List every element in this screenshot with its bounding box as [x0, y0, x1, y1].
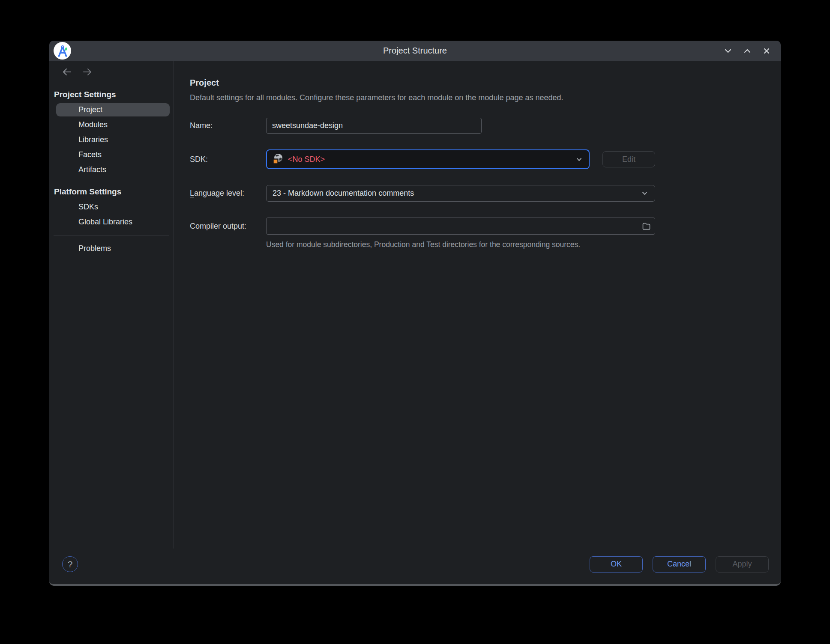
- language-level-row: Language level: 23 - Markdown documentat…: [190, 185, 768, 202]
- compiler-output-label: Compiler output:: [190, 222, 266, 231]
- edit-sdk-button[interactable]: Edit: [602, 151, 655, 167]
- help-icon[interactable]: ?: [62, 556, 78, 572]
- apply-button[interactable]: Apply: [716, 556, 769, 572]
- close-icon[interactable]: [762, 46, 771, 56]
- compiler-helper-row: Used for module subdirectories, Producti…: [266, 240, 768, 249]
- sidebar-header-platform-settings: Platform Settings: [49, 185, 174, 199]
- footer-buttons: OK Cancel Apply: [590, 556, 769, 572]
- sidebar-divider: [54, 236, 169, 236]
- sdk-value: <No SDK>: [288, 155, 325, 164]
- android-studio-icon: [54, 42, 71, 60]
- chevron-down-icon: [641, 189, 649, 197]
- language-level-label: Language level:: [190, 189, 266, 198]
- window-controls: [723, 41, 771, 61]
- main-content: Project Default settings for all modules…: [174, 61, 781, 549]
- window-title: Project Structure: [383, 46, 447, 56]
- sdk-row: SDK: <No SDK>: [190, 149, 768, 169]
- sdk-dropdown[interactable]: <No SDK>: [266, 149, 590, 169]
- name-row: Name:: [190, 118, 768, 134]
- back-icon[interactable]: [61, 68, 72, 78]
- page-title: Project: [190, 78, 768, 88]
- sidebar-item-sdks[interactable]: SDKs: [56, 200, 170, 214]
- sidebar-item-modules[interactable]: Modules: [56, 118, 170, 131]
- forward-icon[interactable]: [82, 68, 93, 78]
- language-level-value: 23 - Markdown documentation comments: [273, 189, 414, 198]
- sidebar-item-libraries[interactable]: Libraries: [56, 133, 170, 146]
- dialog-body: Project Settings Project Modules Librari…: [49, 61, 781, 549]
- project-form: Name: SDK:: [190, 118, 768, 249]
- navigation-arrows: [49, 66, 174, 79]
- name-label: Name:: [190, 121, 266, 130]
- ok-button[interactable]: OK: [590, 556, 643, 572]
- cancel-button[interactable]: Cancel: [653, 556, 706, 572]
- chevron-down-icon: [575, 155, 583, 164]
- sidebar-item-global-libraries[interactable]: Global Libraries: [56, 215, 170, 229]
- dialog-footer: ? OK Cancel Apply: [49, 549, 781, 584]
- folder-icon[interactable]: [641, 221, 651, 231]
- sidebar-header-project-settings: Project Settings: [49, 88, 174, 101]
- sidebar-item-project[interactable]: Project: [56, 103, 170, 116]
- sidebar-item-problems[interactable]: Problems: [56, 242, 170, 255]
- minimize-icon[interactable]: [723, 46, 733, 56]
- sidebar-item-facets[interactable]: Facets: [56, 148, 170, 161]
- compiler-output-input[interactable]: [266, 218, 655, 235]
- maximize-icon[interactable]: [743, 46, 752, 56]
- language-level-dropdown[interactable]: 23 - Markdown documentation comments: [266, 185, 655, 202]
- project-structure-dialog: Project Structure Pro: [49, 41, 781, 586]
- project-name-input[interactable]: [266, 118, 482, 134]
- compiler-output-row: Compiler output:: [190, 218, 768, 235]
- compiler-helper-text: Used for module subdirectories, Producti…: [266, 240, 580, 249]
- sdk-label: SDK:: [190, 155, 266, 164]
- page-description: Default settings for all modules. Config…: [190, 93, 768, 102]
- sidebar: Project Settings Project Modules Librari…: [49, 61, 174, 549]
- title-bar: Project Structure: [49, 41, 781, 61]
- sdk-globe-icon: [273, 153, 284, 166]
- sidebar-item-artifacts[interactable]: Artifacts: [56, 163, 170, 176]
